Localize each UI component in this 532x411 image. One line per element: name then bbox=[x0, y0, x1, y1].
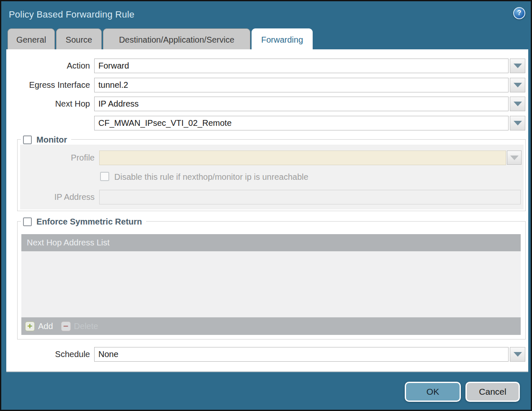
next-hop-type-dropdown-button[interactable] bbox=[510, 97, 525, 111]
disable-rule-checkbox bbox=[100, 172, 109, 181]
profile-input bbox=[99, 151, 506, 165]
next-hop-address-list-table: Next Hop Address List + Add − Delete bbox=[21, 234, 521, 335]
enforce-symmetric-return-legend: Enforce Symmetric Return bbox=[21, 216, 146, 227]
policy-based-forwarding-rule-dialog: Policy Based Forwarding Rule ? General S… bbox=[0, 0, 532, 411]
enforce-symmetric-return-checkbox[interactable] bbox=[23, 217, 32, 226]
dialog-title: Policy Based Forwarding Rule bbox=[9, 1, 134, 28]
chevron-down-icon bbox=[510, 156, 519, 160]
next-hop-label: Next Hop bbox=[6, 97, 90, 111]
profile-dropdown-button bbox=[507, 151, 522, 165]
schedule-label: Schedule bbox=[6, 347, 90, 362]
enforce-symmetric-return-title: Enforce Symmetric Return bbox=[36, 216, 142, 227]
enforce-symmetric-return-group: Enforce Symmetric Return Next Hop Addres… bbox=[17, 221, 526, 340]
next-hop-address-list-header: Next Hop Address List bbox=[21, 234, 521, 251]
chevron-down-icon bbox=[514, 64, 522, 68]
help-icon[interactable]: ? bbox=[513, 7, 525, 19]
action-dropdown-button[interactable] bbox=[510, 59, 525, 73]
action-input[interactable]: Forward bbox=[94, 59, 509, 73]
next-hop-address-list-body bbox=[21, 251, 521, 317]
tab-destination-application-service[interactable]: Destination/Application/Service bbox=[103, 28, 250, 49]
schedule-dropdown-button[interactable] bbox=[510, 347, 525, 362]
tab-forwarding[interactable]: Forwarding bbox=[252, 28, 313, 49]
action-label: Action bbox=[6, 59, 90, 73]
egress-interface-input[interactable]: tunnel.2 bbox=[94, 78, 509, 92]
monitor-checkbox[interactable] bbox=[23, 135, 32, 144]
monitor-ip-address-input bbox=[99, 190, 521, 204]
schedule-input[interactable]: None bbox=[94, 347, 509, 362]
tab-bar: General Source Destination/Application/S… bbox=[6, 28, 528, 49]
tab-source[interactable]: Source bbox=[56, 28, 102, 49]
chevron-down-icon bbox=[514, 83, 522, 87]
forwarding-tab-content: Action Forward Egress Interface tunnel.2… bbox=[6, 49, 528, 372]
next-hop-type-input[interactable]: IP Address bbox=[94, 97, 509, 111]
add-button[interactable]: Add bbox=[38, 322, 53, 331]
egress-interface-label: Egress Interface bbox=[6, 78, 90, 92]
disable-rule-label: Disable this rule if nexthop/monitor ip … bbox=[114, 172, 308, 182]
next-hop-address-dropdown-button[interactable] bbox=[510, 116, 525, 130]
egress-interface-dropdown-button[interactable] bbox=[510, 78, 525, 92]
delete-icon[interactable]: − bbox=[61, 322, 71, 331]
chevron-down-icon bbox=[514, 102, 522, 106]
monitor-ip-address-label: IP Address bbox=[18, 190, 95, 204]
monitor-legend: Monitor bbox=[21, 134, 71, 145]
add-icon[interactable]: + bbox=[25, 322, 35, 331]
delete-button[interactable]: Delete bbox=[74, 322, 98, 331]
profile-label: Profile bbox=[18, 151, 95, 165]
monitor-group: Monitor Profile Disable this rule if nex… bbox=[17, 139, 526, 211]
cancel-button[interactable]: Cancel bbox=[465, 382, 520, 402]
next-hop-address-list-toolbar: + Add − Delete bbox=[21, 317, 521, 335]
chevron-down-icon bbox=[514, 121, 522, 125]
ok-button[interactable]: OK bbox=[405, 382, 461, 402]
tab-general[interactable]: General bbox=[8, 28, 55, 49]
chevron-down-icon bbox=[514, 352, 522, 357]
monitor-title: Monitor bbox=[36, 134, 67, 145]
next-hop-address-input[interactable]: CF_MWAN_IPsec_VTI_02_Remote bbox=[94, 116, 509, 130]
